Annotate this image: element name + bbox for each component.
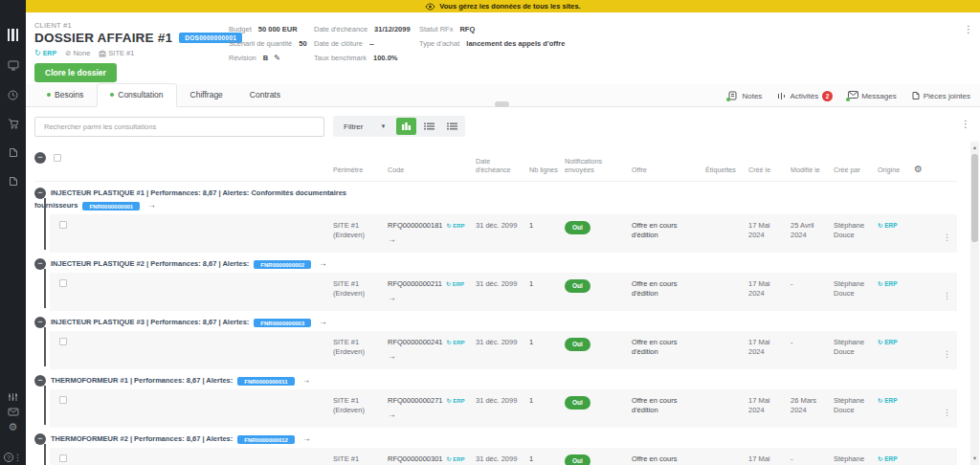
tab-chiffrage[interactable]: Chiffrage: [177, 83, 236, 107]
consultation-group: −THERMOFORMEUR #1 | Performances: 8,67 |…: [34, 371, 957, 428]
open-rfq-arrow[interactable]: →: [388, 410, 470, 419]
column-settings-gear-icon[interactable]: ⚙: [914, 164, 923, 174]
info-column-statut: Statut RFxRFQ Type d'achatlancement des …: [419, 22, 565, 51]
edit-revision-icon[interactable]: ✎: [274, 51, 280, 65]
table-row[interactable]: SITE #1 (Erdeven) RFQ0000000181↻ ERP → 3…: [50, 214, 957, 253]
filter-dropdown[interactable]: Filtrer▼: [336, 122, 393, 131]
vertical-scrollbar[interactable]: ▲ ▼: [970, 142, 979, 465]
sidebar-kebab-icon[interactable]: ⋮: [13, 453, 22, 462]
sync-icon: ↻: [878, 455, 882, 462]
cart-icon[interactable]: [0, 119, 26, 129]
open-group-arrow[interactable]: →: [302, 433, 311, 443]
row-kebab-icon[interactable]: ⋮: [943, 408, 951, 417]
scroll-down-icon[interactable]: ▼: [970, 455, 979, 461]
open-group-arrow[interactable]: →: [319, 317, 327, 326]
row-kebab-icon[interactable]: ⋮: [943, 349, 951, 359]
col-modifie-le[interactable]: Modifié le: [791, 166, 834, 174]
search-input[interactable]: [34, 117, 324, 137]
sync-icon: ↻: [34, 49, 41, 57]
dossier-header: CLIENT #1 DOSSIER AFFAIRE #1 DOS00000000…: [26, 12, 980, 84]
mail-icon[interactable]: [0, 408, 26, 416]
col-etiquettes[interactable]: Étiquettes: [705, 166, 748, 174]
table-row[interactable]: SITE #1 (Erdeven) RFQ0000000271↻ ERP → 3…: [50, 389, 957, 428]
close-dossier-button[interactable]: Clore le dossier: [34, 63, 117, 82]
compact-list-view-button[interactable]: [442, 118, 462, 135]
col-cree-le[interactable]: Créé le: [748, 166, 791, 174]
col-origine[interactable]: Origine: [878, 166, 914, 174]
tab-contrats[interactable]: Contrats: [236, 83, 294, 107]
select-all-checkbox[interactable]: [54, 154, 61, 162]
col-cree-par[interactable]: Créé par: [834, 166, 878, 174]
help-icon[interactable]: ?: [4, 453, 13, 462]
row-kebab-icon[interactable]: ⋮: [943, 232, 951, 242]
col-offre[interactable]: Offre: [632, 166, 705, 174]
pieces-jointes-button[interactable]: Pièces jointes: [912, 91, 970, 100]
supplier-badge[interactable]: FNR0000000002: [254, 260, 311, 269]
collapse-all-button[interactable]: −: [34, 152, 46, 164]
supplier-badge[interactable]: FNR0000000003: [254, 319, 311, 327]
site-scope-banner: Vous gérez les données de tous les sites…: [26, 0, 980, 12]
col-perimetre[interactable]: Périmètre: [333, 166, 388, 174]
cell-modifie-le: 26 Mars 2024: [791, 389, 834, 428]
clock-icon[interactable]: [0, 90, 26, 100]
activity-sliders-icon[interactable]: [0, 392, 26, 402]
open-rfq-arrow[interactable]: →: [388, 234, 470, 244]
scroll-up-icon[interactable]: ▲: [970, 144, 979, 150]
col-echeance[interactable]: Date d'échéance: [476, 157, 529, 174]
cell-echeance: 31 déc. 2099: [476, 214, 529, 253]
supplier-badge[interactable]: FNR0000000001: [82, 202, 140, 210]
group-header: −INJECTEUR PLASTIQUE #3 | Performances: …: [34, 313, 365, 331]
cell-cree-par: Stéphane Douce: [834, 389, 878, 428]
tab-consultation[interactable]: Consultation: [97, 83, 176, 107]
row-checkbox[interactable]: [59, 279, 67, 287]
scrollbar-thumb[interactable]: [971, 154, 978, 242]
open-group-arrow[interactable]: →: [319, 258, 327, 268]
table-row[interactable]: SITE #1 (Erdeven) RFQ0000000241↻ ERP → 3…: [50, 331, 957, 369]
document-icon[interactable]: [0, 147, 26, 158]
table-row[interactable]: SITE #1 (Erdeven) RFQ0000000301↻ ERP → 3…: [50, 448, 957, 465]
row-checkbox[interactable]: [59, 221, 67, 229]
document-icon-2[interactable]: [0, 176, 26, 187]
none-tag: ⊘None: [65, 49, 90, 57]
supplier-badge[interactable]: FNR0000000011: [237, 377, 294, 386]
filterbar-kebab-icon[interactable]: ⋮: [961, 119, 970, 129]
list-view-button[interactable]: [419, 118, 439, 135]
group-header: −THERMOFORMEUR #2 | Performances: 8,67 |…: [34, 430, 365, 448]
group-title: INJECTEUR PLASTIQUE #1 | Performances: 8…: [34, 188, 346, 210]
supplier-badge[interactable]: FNR0000000012: [237, 435, 295, 444]
messages-button[interactable]: Messages: [848, 91, 896, 100]
tab-besoins[interactable]: Besoins: [33, 83, 97, 107]
settings-gear-icon[interactable]: ⚙: [0, 422, 26, 432]
activites-button[interactable]: Activités 2: [777, 91, 833, 101]
scroll-handle[interactable]: [495, 101, 509, 107]
col-nb-lignes[interactable]: Nb lignes: [529, 166, 565, 174]
open-rfq-arrow[interactable]: →: [388, 351, 470, 361]
cell-cree-le: 17 Mai 2024: [748, 331, 791, 369]
open-group-arrow[interactable]: →: [147, 200, 156, 210]
rfq-code[interactable]: RFQ0000000271: [388, 396, 443, 405]
envelope-icon: [848, 91, 858, 99]
cell-origine: ↻ ERP: [878, 389, 914, 428]
column-view-button[interactable]: [396, 118, 416, 135]
open-rfq-arrow[interactable]: →: [388, 293, 470, 302]
table-row[interactable]: SITE #1 (Erdeven) RFQ0000000211↻ ERP → 3…: [50, 273, 957, 311]
group-header: −THERMOFORMEUR #1 | Performances: 8,67 |…: [34, 371, 365, 389]
rfq-code[interactable]: RFQ0000000181: [388, 221, 443, 230]
cell-perimetre: SITE #1 (Erdeven): [333, 273, 388, 311]
main-menu-icon[interactable]: [0, 29, 26, 41]
row-checkbox[interactable]: [59, 338, 67, 345]
row-checkbox[interactable]: [59, 454, 67, 462]
row-checkbox[interactable]: [59, 396, 67, 404]
cell-code: RFQ0000000301↻ ERP →: [388, 448, 476, 465]
open-group-arrow[interactable]: →: [302, 375, 311, 385]
col-notifications[interactable]: Notifications envoyées: [565, 157, 632, 174]
header-kebab-icon[interactable]: ⋮: [964, 24, 973, 34]
rfq-code[interactable]: RFQ0000000241: [388, 338, 443, 346]
rfq-code[interactable]: RFQ0000000211: [388, 279, 442, 288]
cell-etiquettes: [705, 273, 748, 311]
col-code[interactable]: Code: [388, 166, 476, 174]
row-kebab-icon[interactable]: ⋮: [943, 291, 951, 300]
rfq-code[interactable]: RFQ0000000301: [388, 454, 443, 463]
notes-button[interactable]: Notes: [728, 91, 762, 100]
desktop-icon[interactable]: [0, 60, 26, 71]
